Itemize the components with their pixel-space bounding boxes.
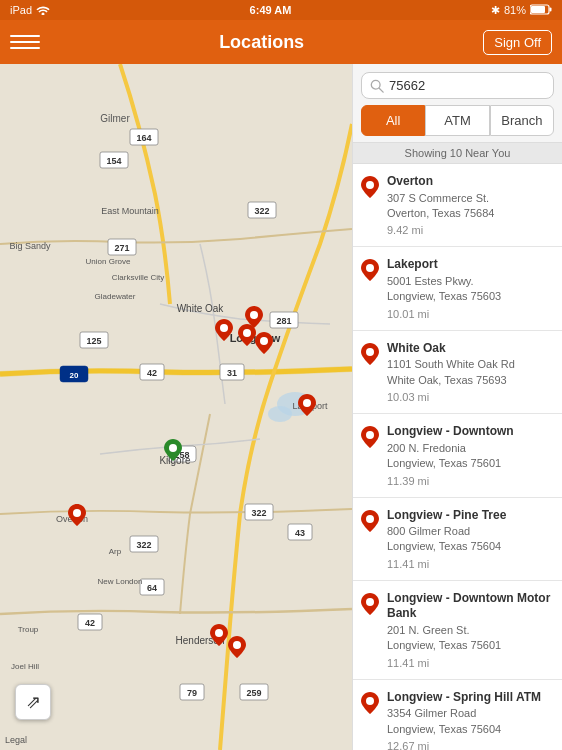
location-distance: 11.41 mi [387,558,554,570]
svg-text:322: 322 [136,540,151,550]
location-distance: 10.01 mi [387,308,554,320]
location-item[interactable]: Longview - Downtown 200 N. FredoniaLongv… [353,414,562,497]
location-name: White Oak [387,341,554,357]
svg-text:322: 322 [254,206,269,216]
map-svg: 42 31 20 258 322 43 154 164 [0,64,352,750]
svg-point-69 [366,181,374,189]
location-address: 307 S Commerce St.Overton, Texas 75684 [387,191,554,222]
svg-point-60 [220,324,228,332]
battery-label: 81% [504,4,526,16]
location-address: 201 N. Green St.Longview, Texas 75601 [387,623,554,654]
svg-text:322: 322 [251,508,266,518]
location-distance: 10.03 mi [387,391,554,403]
svg-point-62 [260,337,268,345]
filter-atm-button[interactable]: ATM [425,105,489,136]
svg-text:Gilmer: Gilmer [100,113,130,124]
sign-off-button[interactable]: Sign Off [483,30,552,55]
svg-text:20: 20 [70,371,79,380]
svg-text:Gladewater: Gladewater [95,292,136,301]
svg-text:Big Sandy: Big Sandy [9,241,51,251]
location-item[interactable]: Overton 307 S Commerce St.Overton, Texas… [353,164,562,247]
location-pin-icon [361,176,379,202]
status-time: 6:49 AM [250,4,292,16]
location-distance: 11.39 mi [387,475,554,487]
svg-text:154: 154 [106,156,121,166]
svg-point-58 [73,509,81,517]
location-name: Longview - Downtown Motor Bank [387,591,554,622]
location-address: 3354 Gilmer RoadLongview, Texas 75604 [387,706,554,737]
svg-text:42: 42 [147,368,157,378]
location-item[interactable]: Lakeport 5001 Estes Pkwy.Longview, Texas… [353,247,562,330]
svg-rect-2 [531,6,545,13]
status-bar: iPad 6:49 AM ✱ 81% [0,0,562,20]
svg-text:Arp: Arp [109,547,122,556]
location-pin-icon [361,259,379,285]
location-address: 1101 South White Oak RdWhite Oak, Texas … [387,357,554,388]
svg-point-59 [303,399,311,407]
location-pin-icon [361,343,379,369]
svg-text:164: 164 [136,133,151,143]
location-distance: 12.67 mi [387,740,554,750]
location-pin-icon [361,692,379,718]
svg-point-71 [366,348,374,356]
location-address: 200 N. FredoniaLongview, Texas 75601 [387,441,554,472]
location-item[interactable]: Longview - Spring Hill ATM 3354 Gilmer R… [353,680,562,750]
location-name: Lakeport [387,257,554,273]
compass-button[interactable]: ⇗ [15,684,51,720]
svg-point-74 [366,598,374,606]
status-bar-right: ✱ 81% [491,4,552,17]
location-pin-icon [361,426,379,452]
svg-rect-1 [550,7,552,11]
svg-text:New London: New London [98,577,143,586]
svg-text:East Mountain: East Mountain [101,206,159,216]
showing-label: Showing 10 Near You [353,142,562,164]
location-item[interactable]: Longview - Pine Tree 800 Gilmer RoadLong… [353,498,562,581]
menu-button[interactable] [10,27,40,57]
location-distance: 11.41 mi [387,657,554,669]
location-pin-icon [361,510,379,536]
svg-text:271: 271 [114,243,129,253]
filter-branch-button[interactable]: Branch [490,105,554,136]
map-area[interactable]: 42 31 20 258 322 43 154 164 [0,64,352,750]
map-background: 42 31 20 258 322 43 154 164 [0,64,352,750]
location-info: Lakeport 5001 Estes Pkwy.Longview, Texas… [387,257,554,319]
location-item[interactable]: White Oak 1101 South White Oak RdWhite O… [353,331,562,414]
filter-row: All ATM Branch [353,105,562,142]
location-info: Overton 307 S Commerce St.Overton, Texas… [387,174,554,236]
svg-text:Joel Hill: Joel Hill [11,662,39,671]
svg-text:42: 42 [85,618,95,628]
svg-text:259: 259 [246,688,261,698]
location-name: Longview - Pine Tree [387,508,554,524]
svg-text:Clarksville City: Clarksville City [112,273,164,282]
svg-text:White Oak: White Oak [177,303,225,314]
svg-point-73 [366,515,374,523]
bluetooth-icon: ✱ [491,4,500,17]
svg-text:79: 79 [187,688,197,698]
svg-text:31: 31 [227,368,237,378]
svg-text:64: 64 [147,583,157,593]
location-pin-icon [361,593,379,619]
carrier-label: iPad [10,4,32,16]
svg-point-70 [366,264,374,272]
search-input-wrap [361,72,554,99]
svg-point-5 [268,406,292,422]
status-bar-left: iPad [10,4,50,17]
svg-text:43: 43 [295,528,305,538]
search-input[interactable] [389,78,545,93]
location-info: Longview - Downtown Motor Bank 201 N. Gr… [387,591,554,669]
svg-point-63 [250,311,258,319]
location-address: 800 Gilmer RoadLongview, Texas 75604 [387,524,554,555]
location-item[interactable]: Longview - Downtown Motor Bank 201 N. Gr… [353,581,562,680]
location-list: Overton 307 S Commerce St.Overton, Texas… [353,164,562,750]
svg-point-66 [169,444,177,452]
svg-line-68 [379,88,383,92]
svg-text:Troup: Troup [18,625,39,634]
location-name: Overton [387,174,554,190]
location-info: Longview - Pine Tree 800 Gilmer RoadLong… [387,508,554,570]
wifi-icon [36,4,50,17]
filter-all-button[interactable]: All [361,105,425,136]
location-name: Longview - Spring Hill ATM [387,690,554,706]
search-icon [370,79,384,93]
page-title: Locations [219,32,304,53]
svg-point-75 [366,697,374,705]
